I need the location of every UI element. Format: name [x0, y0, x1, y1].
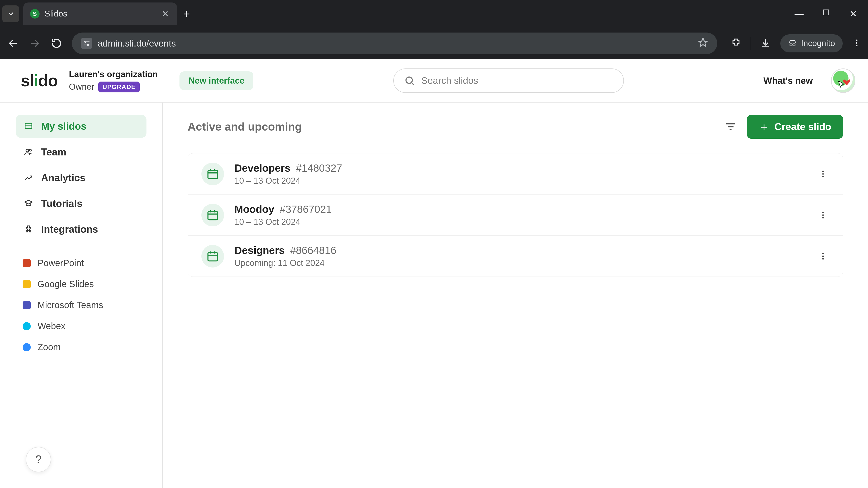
- arrow-left-icon: [8, 38, 19, 49]
- sidebar-item-team[interactable]: Team: [16, 140, 147, 164]
- zoom-icon: [23, 343, 31, 351]
- sidebar-item-label: Team: [41, 147, 66, 158]
- search-input[interactable]: [421, 75, 613, 86]
- incognito-icon: [788, 39, 797, 48]
- site-settings-icon[interactable]: [81, 38, 92, 49]
- sidebar-item-tutorials[interactable]: Tutorials: [16, 192, 147, 215]
- svg-point-32: [822, 173, 824, 175]
- browser-chrome: S Slidos ✕ + — ✕ admin.sli.do/events: [0, 0, 868, 59]
- sidebar: My slidos Team Analytics Tutorials: [0, 103, 163, 488]
- url-box[interactable]: admin.sli.do/events: [72, 33, 717, 54]
- svg-point-31: [822, 170, 824, 172]
- nav-reload-button[interactable]: [50, 37, 63, 50]
- whats-new-link[interactable]: What's new: [764, 76, 813, 86]
- svg-rect-0: [824, 10, 829, 15]
- event-code: #8664816: [290, 244, 336, 256]
- browser-menu-icon[interactable]: [852, 38, 861, 48]
- upgrade-badge[interactable]: UPGRADE: [98, 82, 140, 92]
- integration-label: Google Slides: [37, 279, 94, 289]
- cursor-icon: [837, 80, 846, 90]
- search-box[interactable]: [393, 68, 624, 93]
- svg-point-6: [87, 44, 89, 46]
- new-interface-chip[interactable]: New interface: [180, 71, 253, 90]
- svg-point-22: [26, 149, 29, 152]
- extensions-icon[interactable]: [731, 38, 741, 49]
- create-slido-label: Create slido: [774, 121, 831, 132]
- svg-rect-20: [25, 123, 32, 129]
- tab-search-dropdown[interactable]: [2, 5, 19, 22]
- app: slido Lauren's organization Owner UPGRAD…: [0, 59, 868, 488]
- event-name: Designers: [235, 244, 285, 256]
- event-name: Developers: [235, 162, 290, 174]
- app-topbar: slido Lauren's organization Owner UPGRAD…: [0, 59, 868, 103]
- downloads-icon[interactable]: [761, 38, 771, 49]
- slidos-icon: [24, 121, 33, 131]
- help-icon: ?: [35, 453, 41, 466]
- integration-zoom[interactable]: Zoom: [16, 338, 147, 356]
- incognito-chip[interactable]: Incognito: [780, 34, 843, 53]
- event-name: Moodoy: [235, 203, 274, 215]
- event-row[interactable]: Designers #8664816 Upcoming: 11 Oct 2024: [188, 236, 843, 276]
- window-close-icon[interactable]: ✕: [848, 8, 859, 19]
- sidebar-item-my-slidos[interactable]: My slidos: [16, 115, 147, 138]
- nav-back-button[interactable]: [7, 37, 20, 50]
- event-row[interactable]: Developers #1480327 10 – 13 Oct 2024: [188, 153, 843, 195]
- chevron-down-icon: [7, 10, 15, 18]
- toolbar-separator: [751, 37, 751, 50]
- svg-point-15: [856, 39, 858, 41]
- nav-forward-button[interactable]: [29, 37, 41, 50]
- event-row-menu[interactable]: [817, 209, 829, 221]
- sidebar-item-analytics[interactable]: Analytics: [16, 166, 147, 189]
- svg-point-33: [822, 176, 824, 177]
- event-row-menu[interactable]: [817, 250, 829, 263]
- main-content: Active and upcoming ＋ Create slido: [163, 103, 868, 488]
- svg-point-47: [822, 258, 824, 260]
- svg-point-12: [790, 44, 792, 46]
- search-icon: [404, 75, 415, 86]
- org-role: Owner: [69, 81, 94, 92]
- filter-button[interactable]: [723, 120, 738, 134]
- tab-close-icon[interactable]: ✕: [160, 9, 170, 19]
- integration-webex[interactable]: Webex: [16, 317, 147, 335]
- browser-tab[interactable]: S Slidos ✕: [23, 2, 177, 25]
- svg-rect-41: [208, 252, 217, 261]
- integration-label: Microsoft Teams: [37, 300, 103, 310]
- google-slides-icon: [23, 280, 31, 288]
- sidebar-item-label: Analytics: [41, 172, 86, 184]
- sidebar-item-label: My slidos: [41, 121, 87, 132]
- window-maximize-icon[interactable]: [820, 8, 832, 19]
- svg-point-16: [856, 42, 858, 44]
- new-tab-button[interactable]: +: [183, 7, 190, 20]
- svg-rect-34: [208, 211, 217, 220]
- logo[interactable]: slido: [21, 71, 58, 90]
- filter-icon: [725, 121, 737, 133]
- create-slido-button[interactable]: ＋ Create slido: [747, 115, 843, 139]
- svg-rect-27: [208, 170, 217, 178]
- window-minimize-icon[interactable]: —: [794, 8, 805, 19]
- event-row[interactable]: Moodoy #37867021 10 – 13 Oct 2024: [188, 195, 843, 236]
- svg-point-17: [856, 45, 858, 46]
- main-header: Active and upcoming ＋ Create slido: [188, 115, 843, 139]
- team-icon: [24, 147, 33, 157]
- svg-point-39: [822, 214, 824, 216]
- user-avatar[interactable]: [831, 68, 855, 93]
- help-fab[interactable]: ?: [26, 447, 51, 472]
- event-date: 10 – 13 Oct 2024: [235, 217, 806, 227]
- toolbar-actions: Incognito: [726, 34, 861, 53]
- webex-icon: [23, 322, 31, 330]
- tutorials-icon: [24, 199, 33, 208]
- integration-label: PowerPoint: [37, 258, 84, 268]
- url-text: admin.sli.do/events: [98, 38, 176, 48]
- integration-google-slides[interactable]: Google Slides: [16, 275, 147, 293]
- integration-microsoft-teams[interactable]: Microsoft Teams: [16, 296, 147, 314]
- event-list: Developers #1480327 10 – 13 Oct 2024: [188, 153, 843, 277]
- sidebar-item-integrations[interactable]: Integrations: [16, 218, 147, 241]
- dots-vertical-icon: [818, 169, 828, 178]
- bookmark-star-icon[interactable]: [698, 37, 708, 50]
- integration-powerpoint[interactable]: PowerPoint: [16, 254, 147, 272]
- tab-favicon-icon: S: [30, 9, 39, 19]
- tab-title: Slidos: [44, 9, 155, 19]
- svg-point-3: [85, 41, 86, 42]
- event-row-menu[interactable]: [817, 168, 829, 180]
- app-body: My slidos Team Analytics Tutorials: [0, 103, 868, 488]
